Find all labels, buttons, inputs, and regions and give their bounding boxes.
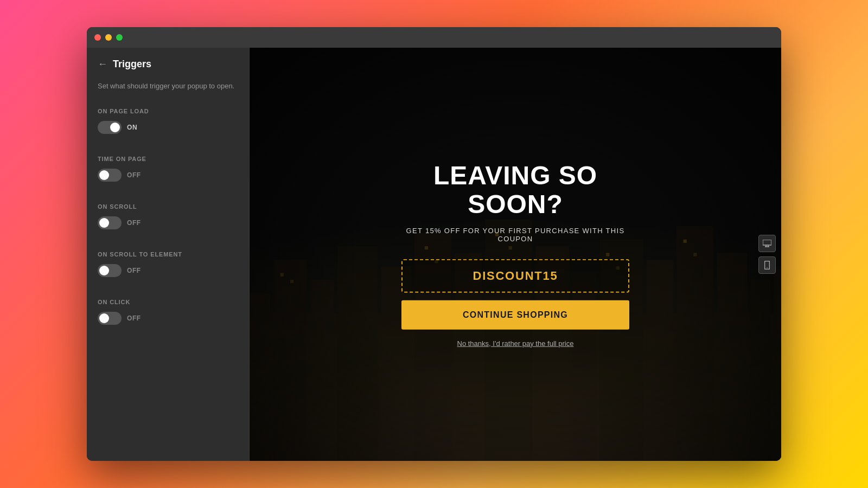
traffic-light-yellow[interactable]: [105, 34, 112, 41]
toggle-row-scroll-to-element: OFF: [98, 264, 238, 277]
toggle-scroll-to-element[interactable]: [98, 264, 122, 277]
toggle-time-on-page[interactable]: [98, 169, 122, 182]
toggle-text-on-scroll: OFF: [127, 219, 141, 227]
trigger-label-page-load: ON PAGE LOAD: [98, 108, 238, 114]
preview-area: LEAVING SO SOON? GET 15% OFF FOR YOUR FI…: [250, 48, 781, 461]
toggle-on-scroll[interactable]: [98, 216, 122, 229]
coupon-box[interactable]: DISCOUNT15: [401, 259, 629, 292]
sidebar-header: ← Triggers: [98, 59, 238, 70]
trigger-section-on-scroll: ON SCROLL OFF: [98, 203, 238, 229]
toggle-row-on-click: OFF: [98, 312, 238, 325]
mobile-icon: [764, 261, 770, 269]
trigger-section-on-click: ON CLICK OFF: [98, 299, 238, 325]
desktop-view-button[interactable]: [758, 235, 776, 252]
toggle-knob-on-scroll: [99, 218, 109, 228]
trigger-section-time-on-page: TIME ON PAGE OFF: [98, 156, 238, 182]
monitor-icon: [763, 240, 771, 247]
browser-titlebar: [87, 27, 781, 48]
trigger-label-on-click: ON CLICK: [98, 299, 238, 305]
popup-subtext: GET 15% OFF FOR YOUR FIRST PURCHASE WITH…: [401, 226, 629, 242]
toggle-knob-on-click: [99, 313, 109, 323]
back-button[interactable]: ←: [98, 59, 107, 70]
toggle-knob-time-on-page: [99, 170, 109, 180]
popup-modal: LEAVING SO SOON? GET 15% OFF FOR YOUR FI…: [385, 140, 646, 369]
toggle-row-time-on-page: OFF: [98, 169, 238, 182]
toggle-page-load[interactable]: [98, 121, 122, 134]
toggle-text-time-on-page: OFF: [127, 171, 141, 179]
traffic-light-red[interactable]: [94, 34, 101, 41]
browser-window: ← Triggers Set what should trigger your …: [87, 27, 781, 461]
sidebar-title: Triggers: [113, 59, 151, 70]
traffic-light-green[interactable]: [116, 34, 123, 41]
toggle-text-scroll-to-element: OFF: [127, 267, 141, 274]
trigger-label-scroll-to-element: ON SCROLL TO ELEMENT: [98, 251, 238, 258]
trigger-label-time-on-page: TIME ON PAGE: [98, 156, 238, 162]
trigger-section-page-load: ON PAGE LOAD ON: [98, 108, 238, 134]
trigger-section-scroll-to-element: ON SCROLL TO ELEMENT OFF: [98, 251, 238, 277]
toggle-row-page-load: ON: [98, 121, 238, 134]
decline-link[interactable]: No thanks, I'd rather pay the full price: [457, 339, 574, 347]
toggle-row-on-scroll: OFF: [98, 216, 238, 229]
browser-content: ← Triggers Set what should trigger your …: [87, 48, 781, 461]
toggle-text-page-load: ON: [127, 124, 137, 131]
toggle-text-on-click: OFF: [127, 314, 141, 322]
trigger-label-on-scroll: ON SCROLL: [98, 203, 238, 210]
traffic-lights: [94, 34, 123, 41]
toggle-knob-page-load: [110, 123, 120, 132]
toggle-on-click[interactable]: [98, 312, 122, 325]
preview-icons: [758, 235, 776, 274]
toggle-knob-scroll-to-element: [99, 266, 109, 275]
svg-point-34: [767, 267, 768, 268]
sidebar-description: Set what should trigger your popup to op…: [98, 81, 238, 92]
sidebar: ← Triggers Set what should trigger your …: [87, 48, 250, 461]
popup-headline: LEAVING SO SOON?: [401, 162, 629, 219]
svg-rect-29: [763, 240, 771, 245]
mobile-view-button[interactable]: [758, 256, 776, 274]
continue-shopping-button[interactable]: CONTINUE SHOPPING: [401, 300, 629, 329]
coupon-code: DISCOUNT15: [473, 268, 558, 282]
